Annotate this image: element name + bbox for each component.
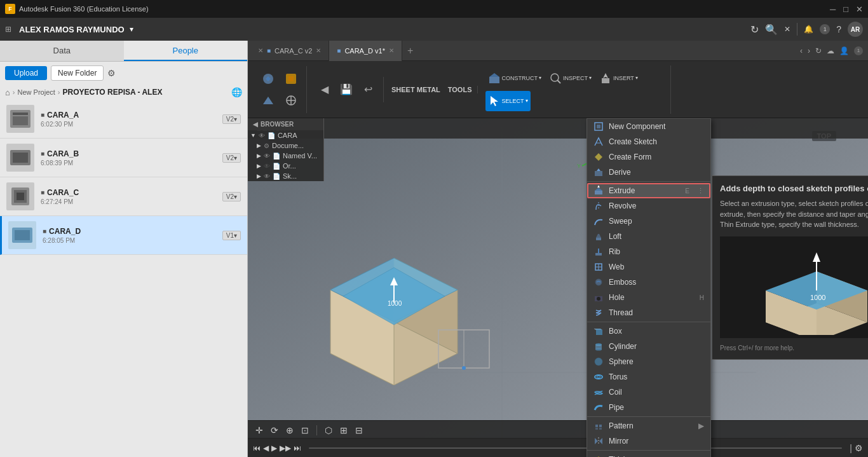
menu-item-emboss[interactable]: Emboss xyxy=(587,275,710,290)
menu-item-sphere[interactable]: Sphere xyxy=(587,354,710,369)
expand-icon[interactable]: ▶ xyxy=(257,173,261,179)
menu-item-create-sketch[interactable]: Create Sketch xyxy=(587,134,710,149)
construct-btn[interactable]: CONSTRUCT ▾ xyxy=(485,68,545,88)
ribbon-btn[interactable] xyxy=(281,90,301,111)
orbit-icon[interactable]: ⟳ xyxy=(268,424,281,437)
grid-icon[interactable]: ⊟ xyxy=(353,424,365,437)
settings-icon[interactable]: ⚙ xyxy=(264,142,269,149)
breadcrumb-globe-icon[interactable]: 🌐 xyxy=(231,87,242,97)
tab-data[interactable]: Data xyxy=(0,41,124,61)
menu-item-thread[interactable]: Thread xyxy=(587,305,710,320)
menu-item-hole[interactable]: Hole H xyxy=(587,290,710,305)
menu-item-mirror[interactable]: Mirror xyxy=(587,433,710,449)
menu-item-rib[interactable]: Rib xyxy=(587,244,710,259)
tab-close-btn[interactable]: ✕ xyxy=(316,47,321,54)
tools-label[interactable]: TOOLS xyxy=(448,86,472,93)
tab-people[interactable]: People xyxy=(124,41,248,61)
settings-button[interactable]: ⚙ xyxy=(855,443,863,453)
expand-icon[interactable]: ▶ xyxy=(257,153,261,159)
menu-item-more-icon[interactable]: ⋮ xyxy=(697,187,704,195)
visibility-icon[interactable]: 👁 xyxy=(264,163,270,170)
menu-item-loft[interactable]: Loft xyxy=(587,229,710,244)
expand-icon[interactable]: ▶ xyxy=(257,142,261,149)
inspect-btn[interactable]: INSPECT ▾ xyxy=(546,68,594,88)
tab-add-button[interactable]: + xyxy=(402,45,418,57)
play-pause-button[interactable]: ▶ xyxy=(271,444,277,453)
menu-item-extrude[interactable]: Extrude E ⋮ xyxy=(587,183,710,198)
window-controls[interactable]: ─ □ ✕ xyxy=(830,4,863,14)
tab-cara-c[interactable]: ✕ ■ CARA_C v2 ✕ xyxy=(250,41,329,61)
menu-item-derive[interactable]: Derive xyxy=(587,165,710,180)
menu-item-web[interactable]: Web xyxy=(587,259,710,275)
ribbon-btn[interactable] xyxy=(258,90,278,111)
close-button[interactable]: ✕ xyxy=(856,4,863,14)
bell-icon[interactable]: 🔔 xyxy=(804,25,813,34)
breadcrumb-link1[interactable]: New Project xyxy=(18,88,55,96)
close-icon[interactable]: ✕ xyxy=(784,25,790,34)
list-item[interactable]: ■ CARA_C 6:27:24 PM V2▾ xyxy=(0,177,247,216)
section-icon[interactable]: ⊞ xyxy=(337,424,350,437)
grid-icon[interactable]: ⊞ xyxy=(5,25,11,34)
tab-close-btn[interactable]: ✕ xyxy=(389,47,394,54)
menu-item-sweep[interactable]: Sweep xyxy=(587,214,710,229)
minimize-button[interactable]: ─ xyxy=(830,4,836,14)
browser-item[interactable]: ▼ 👁 📄 CARA xyxy=(248,130,323,140)
refresh-icon[interactable]: ↻ xyxy=(750,24,759,36)
refresh-icon[interactable]: ↻ xyxy=(815,46,822,55)
ribbon-btn[interactable] xyxy=(258,69,278,89)
menu-item-thicken[interactable]: Thicken xyxy=(587,452,710,457)
list-item[interactable]: ■ CARA_A 6:02:30 PM V2▾ xyxy=(0,100,247,139)
sheet-metal-label[interactable]: SHEET METAL xyxy=(391,86,440,93)
back-icon[interactable]: ◀ xyxy=(315,79,335,100)
breadcrumb-home-icon[interactable]: ⌂ xyxy=(5,88,10,97)
insert-btn[interactable]: INSERT ▾ xyxy=(597,68,641,88)
pan-icon[interactable]: ✛ xyxy=(253,424,266,437)
user-name[interactable]: ALEX RAMOS RAYMUNDO xyxy=(19,25,125,34)
tab-close-icon[interactable]: ✕ xyxy=(258,47,263,54)
tab-cara-d[interactable]: ■ CARA_D v1* ✕ xyxy=(329,41,402,61)
menu-item-create-form[interactable]: Create Form xyxy=(587,149,710,165)
dropdown-arrow-icon[interactable]: ▾ xyxy=(130,25,133,34)
expand-icon[interactable]: ▼ xyxy=(250,132,256,139)
save-icon[interactable]: 💾 xyxy=(336,79,356,100)
browser-collapse-icon[interactable]: ◀ xyxy=(253,121,258,128)
menu-item-revolve[interactable]: Revolve xyxy=(587,198,710,214)
file-version-badge[interactable]: V2▾ xyxy=(222,153,241,163)
user-icon[interactable]: 👤 xyxy=(839,46,849,55)
restore-button[interactable]: □ xyxy=(843,4,848,14)
menu-item-cylinder[interactable]: Cylinder xyxy=(587,339,710,354)
browser-item[interactable]: ▶ ⚙ Docume... xyxy=(248,140,323,151)
visibility-icon[interactable]: 👁 xyxy=(264,173,270,180)
undo-icon[interactable]: ↩ xyxy=(358,79,378,100)
browser-item[interactable]: ▶ 👁 📄 Sk... xyxy=(248,171,323,181)
browser-item[interactable]: ▶ 👁 📄 Named V... xyxy=(248,151,323,161)
menu-item-box[interactable]: Box xyxy=(587,324,710,339)
play-prev-button[interactable]: ◀ xyxy=(263,444,269,453)
menu-item-torus[interactable]: Torus xyxy=(587,369,710,385)
menu-item-new-component[interactable]: New Component xyxy=(587,119,710,134)
display-icon[interactable]: ⬡ xyxy=(322,424,335,437)
avatar[interactable]: AR xyxy=(848,22,863,37)
expand-icon[interactable]: ▶ xyxy=(257,163,261,169)
select-btn[interactable]: SELECT ▾ xyxy=(485,91,531,111)
timeline-track[interactable] xyxy=(309,447,842,449)
help-icon[interactable]: ? xyxy=(836,24,841,34)
play-first-button[interactable]: ⏮ xyxy=(253,444,261,453)
file-version-badge[interactable]: V1▾ xyxy=(222,231,241,240)
play-last-button[interactable]: ⏭ xyxy=(294,444,301,453)
fit-icon[interactable]: ⊡ xyxy=(299,424,311,437)
zoom-icon[interactable]: ⊕ xyxy=(283,424,296,437)
menu-item-pattern[interactable]: Pattern ▶ xyxy=(587,418,710,433)
cloud-icon[interactable]: ☁ xyxy=(827,46,834,55)
upload-button[interactable]: Upload xyxy=(5,66,47,80)
file-version-badge[interactable]: V2▾ xyxy=(222,192,241,201)
list-item[interactable]: ■ CARA_B 6:08:39 PM V2▾ xyxy=(0,139,247,177)
prev-tab-icon[interactable]: ‹ xyxy=(800,46,803,55)
search-icon[interactable]: 🔍 xyxy=(765,24,778,36)
new-folder-button[interactable]: New Folder xyxy=(51,65,104,81)
browser-item[interactable]: ▶ 👁 📄 Or... xyxy=(248,161,323,171)
next-tab-icon[interactable]: › xyxy=(808,46,810,55)
menu-item-pipe[interactable]: Pipe xyxy=(587,400,710,415)
menu-item-coil[interactable]: Coil xyxy=(587,385,710,400)
play-next-button[interactable]: ▶▶ xyxy=(280,444,291,453)
